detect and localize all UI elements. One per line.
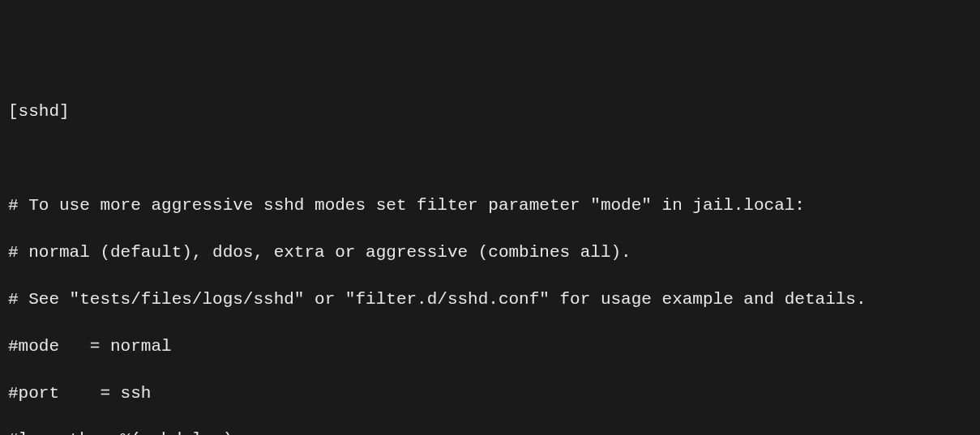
comment-line-port: #port = ssh bbox=[8, 382, 972, 406]
comment-line-mode: #mode = normal bbox=[8, 335, 972, 359]
comment-line-3: # See "tests/files/logs/sshd" or "filter… bbox=[8, 288, 972, 312]
comment-line-2: # normal (default), ddos, extra or aggre… bbox=[8, 241, 972, 265]
blank-line-1 bbox=[8, 147, 972, 171]
comment-line-1: # To use more aggressive sshd modes set … bbox=[8, 194, 972, 218]
section-header: [sshd] bbox=[8, 100, 972, 124]
comment-line-logpath: #logpath = %(sshd_log)s bbox=[8, 429, 972, 435]
